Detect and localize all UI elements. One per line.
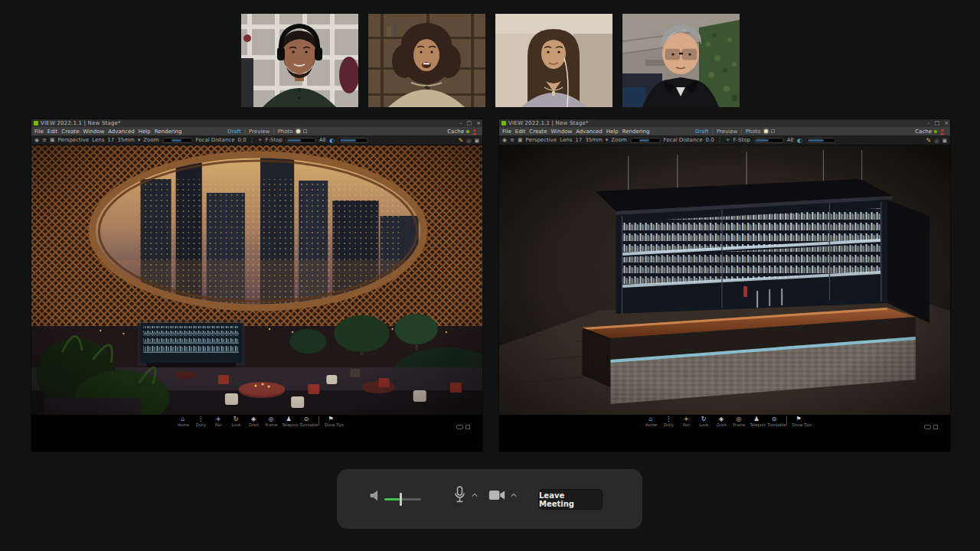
title-bar[interactable]: VIEW 2022.1.1 | New Stage* – □ × (31, 119, 482, 127)
nav-look[interactable]: ↻ Look (696, 416, 712, 428)
lightbulb-icon[interactable] (296, 129, 300, 133)
camera-icon[interactable]: ▣ (50, 137, 55, 143)
focal-distance-value[interactable]: 0.0 (237, 137, 246, 143)
camera-selector[interactable]: Perspective (58, 137, 90, 143)
menu-edit[interactable]: Edit (47, 129, 58, 135)
leave-meeting-button[interactable]: Leave Meeting (538, 489, 603, 510)
tab-preview[interactable]: Preview (717, 129, 737, 135)
menu-help[interactable]: Help (606, 129, 619, 135)
lightbulb-icon[interactable] (764, 129, 768, 133)
nav-frame[interactable]: ◎ Frame (731, 416, 747, 428)
lens-value[interactable]: 17 (107, 137, 114, 143)
nav-orbit[interactable]: ◈ Orbit (246, 416, 262, 428)
participant-video-4[interactable] (622, 14, 740, 107)
nav-show-tips[interactable]: ⚑ Show Tips (323, 416, 339, 428)
nav-pan[interactable]: + Pan (678, 416, 694, 428)
close-button[interactable]: × (944, 119, 949, 127)
exposure-slider[interactable] (805, 138, 836, 143)
user-icon[interactable] (939, 129, 946, 135)
mic-options-chevron-icon[interactable] (472, 492, 478, 498)
viewport-1[interactable]: ⌂ Home ⋮ Dolly + Pan ↻ Look ◈ Orbit (31, 145, 482, 452)
notification-toast-icon[interactable] (924, 425, 931, 429)
move-icon[interactable]: + (258, 137, 263, 143)
minimize-button[interactable]: – (459, 119, 462, 127)
render-settings-icon[interactable] (771, 129, 775, 133)
lens-mm-value[interactable]: 35mm (117, 137, 135, 143)
maximize-button[interactable]: □ (467, 119, 472, 127)
markup-pen-icon[interactable]: ✎ (926, 137, 932, 144)
chevron-down-icon[interactable]: ▾ (606, 137, 609, 143)
tab-draft[interactable]: Draft (695, 129, 709, 135)
viewport-2[interactable]: ⌂ Home ⋮ Dolly + Pan ↻ Look ◈ Orbit (499, 145, 950, 452)
camera-options-chevron-icon[interactable] (511, 492, 517, 498)
minimize-button[interactable]: – (927, 119, 930, 127)
menu-help[interactable]: Help (139, 129, 151, 135)
nav-orbit[interactable]: ◈ Orbit (714, 416, 730, 428)
nav-pan[interactable]: + Pan (211, 416, 227, 428)
participant-video-1[interactable] (241, 14, 358, 107)
move-icon[interactable]: + (726, 137, 730, 143)
nav-dolly[interactable]: ⋮ Dolly (661, 416, 677, 428)
fstop-slider[interactable] (286, 138, 316, 143)
chevron-down-icon[interactable]: ▾ (138, 137, 141, 143)
nav-look[interactable]: ↻ Look (228, 416, 244, 428)
nav-show-tips[interactable]: ⚑ Show Tips (791, 416, 807, 428)
lens-value[interactable]: 17 (575, 137, 582, 143)
volume-slider[interactable] (384, 498, 421, 500)
menu-file[interactable]: File (502, 129, 511, 135)
notification-toast-icon[interactable] (456, 425, 463, 429)
menu-create[interactable]: Create (61, 129, 79, 135)
volume-handle[interactable] (400, 493, 402, 506)
menu-list-icon[interactable]: ≡ (510, 137, 514, 143)
menu-create[interactable]: Create (529, 129, 547, 135)
menu-window[interactable]: Window (551, 129, 573, 135)
participant-video-2[interactable] (368, 14, 485, 107)
waypoint-pin-icon[interactable]: ◎ (934, 138, 939, 144)
nav-teleport[interactable]: ♟ Teleport (281, 416, 297, 428)
fullscreen-icon[interactable] (933, 425, 938, 429)
zoom-slider[interactable] (630, 138, 661, 143)
waypoint-pin-icon[interactable]: ◎ (466, 138, 471, 144)
ae-toggle-icon[interactable]: ◐ (329, 137, 335, 144)
nav-home[interactable]: ⌂ Home (175, 416, 191, 428)
nav-frame[interactable]: ◎ Frame (263, 416, 279, 428)
viewport-render-bar[interactable] (499, 145, 950, 415)
visibility-icon[interactable]: ◉ (34, 137, 39, 143)
capture-icon[interactable]: ▣ (474, 138, 479, 144)
participant-video-3[interactable] (495, 14, 612, 107)
visibility-icon[interactable]: ◉ (502, 137, 507, 143)
nav-dolly[interactable]: ⋮ Dolly (193, 416, 209, 428)
nav-turntable[interactable]: ⊙ Turntable (766, 416, 782, 428)
zoom-slider[interactable] (162, 138, 193, 143)
ae-toggle-icon[interactable]: ◐ (797, 137, 802, 144)
camera-selector[interactable]: Perspective (526, 137, 557, 143)
markup-pen-icon[interactable]: ✎ (459, 137, 464, 144)
nav-turntable[interactable]: ⊙ Turntable (299, 416, 315, 428)
camera-icon[interactable]: ▣ (518, 137, 523, 143)
viewport-render-restaurant[interactable] (31, 145, 482, 415)
menu-advanced[interactable]: Advanced (576, 129, 603, 135)
close-button[interactable]: × (476, 119, 481, 127)
title-bar[interactable]: VIEW 2022.1.1 | New Stage* – □ × (499, 119, 950, 127)
menu-edit[interactable]: Edit (515, 129, 526, 135)
tab-photo[interactable]: Photo (278, 129, 293, 135)
menu-rendering[interactable]: Rendering (155, 129, 182, 135)
focal-distance-value[interactable]: 0.0 (705, 137, 714, 143)
tab-photo[interactable]: Photo (746, 129, 761, 135)
menu-file[interactable]: File (34, 129, 44, 135)
dots-icon[interactable]: ⋮ (250, 137, 255, 143)
tab-preview[interactable]: Preview (249, 129, 270, 135)
tab-draft[interactable]: Draft (227, 129, 241, 135)
render-settings-icon[interactable] (303, 129, 307, 133)
menu-rendering[interactable]: Rendering (622, 129, 650, 135)
maximize-button[interactable]: □ (935, 119, 940, 127)
exposure-slider[interactable] (338, 138, 368, 143)
camera-video-icon[interactable] (488, 489, 505, 501)
menu-advanced[interactable]: Advanced (108, 129, 135, 135)
fullscreen-icon[interactable] (466, 425, 470, 429)
fstop-slider[interactable] (753, 138, 784, 143)
menu-list-icon[interactable]: ≡ (42, 137, 47, 143)
nav-teleport[interactable]: ♟ Teleport (749, 416, 765, 428)
nav-home[interactable]: ⌂ Home (643, 416, 659, 428)
lens-mm-value[interactable]: 35mm (585, 137, 603, 143)
